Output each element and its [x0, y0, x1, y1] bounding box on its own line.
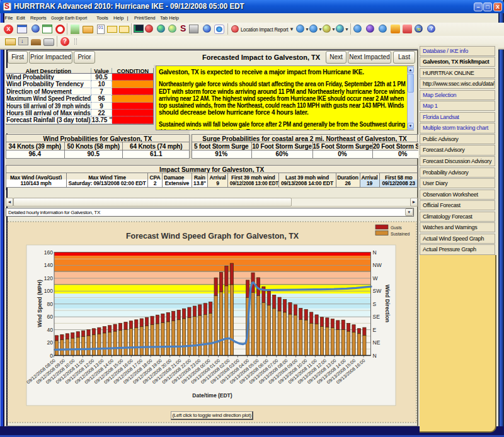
- svg-text:W: W: [373, 275, 378, 281]
- svg-text:120: 120: [44, 275, 53, 281]
- svg-text:100: 100: [44, 288, 53, 294]
- svg-text:Sustained: Sustained: [391, 232, 410, 236]
- svg-text:SE: SE: [373, 314, 381, 320]
- svg-text:140: 140: [44, 262, 53, 268]
- svg-text:NE: NE: [373, 339, 381, 346]
- svg-text:S: S: [373, 301, 377, 307]
- svg-text:N: N: [373, 353, 377, 359]
- svg-text:80: 80: [47, 301, 54, 307]
- svg-text:Forecast Wind Speed Graph for: Forecast Wind Speed Graph for Galveston,…: [126, 232, 299, 241]
- svg-text:Wind Speed (MPH): Wind Speed (MPH): [37, 280, 43, 327]
- svg-text:Gusts: Gusts: [391, 225, 402, 230]
- svg-text:Wind Direction: Wind Direction: [384, 285, 391, 322]
- svg-text:20: 20: [47, 339, 54, 346]
- svg-text:40: 40: [47, 327, 54, 333]
- svg-text:NW: NW: [373, 262, 382, 268]
- svg-text:160: 160: [44, 249, 53, 256]
- svg-text:Date/time (EDT): Date/time (EDT): [192, 392, 232, 399]
- svg-text:N: N: [373, 249, 377, 256]
- svg-text:60: 60: [47, 314, 54, 320]
- svg-text:E: E: [373, 327, 377, 333]
- svg-text:SW: SW: [373, 288, 382, 294]
